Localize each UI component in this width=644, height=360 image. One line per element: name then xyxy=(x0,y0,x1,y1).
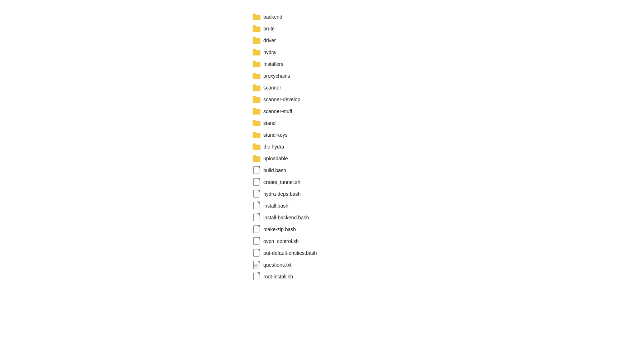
item-label: make-zip.bash xyxy=(263,227,296,232)
list-item[interactable]: install.bash xyxy=(250,200,394,211)
list-item[interactable]: scanner-stuff xyxy=(250,105,394,117)
list-item[interactable]: uploadable xyxy=(250,152,394,164)
file-icon xyxy=(253,167,260,174)
item-label: put-default-entities.bash xyxy=(263,250,317,256)
file-list: backend brute driver hydra Installers xyxy=(250,7,394,353)
folder-icon xyxy=(253,84,260,91)
folder-icon xyxy=(253,37,260,44)
list-item[interactable]: build.bash xyxy=(250,164,394,176)
item-label: questions.txt xyxy=(263,262,292,268)
item-label: hydra xyxy=(263,49,276,55)
file-icon xyxy=(253,202,260,209)
file-icon xyxy=(253,214,260,221)
folder-icon xyxy=(253,72,260,79)
list-item[interactable]: root-install.sh xyxy=(250,271,394,282)
file-icon xyxy=(253,273,260,280)
list-item[interactable]: scanner-develop xyxy=(250,93,394,105)
list-item[interactable]: stand xyxy=(250,117,394,129)
item-label: install-backend.bash xyxy=(263,215,309,220)
file-icon xyxy=(253,238,260,245)
list-item[interactable]: put-default-entities.bash xyxy=(250,247,394,259)
list-item[interactable]: brute xyxy=(250,23,394,34)
item-label: driver xyxy=(263,38,276,43)
item-label: create_tunnel.sh xyxy=(263,179,301,185)
list-item[interactable]: proxychains xyxy=(250,70,394,82)
list-item[interactable]: make-zip.bash xyxy=(250,223,394,235)
list-item[interactable]: ovpn_control.sh xyxy=(250,235,394,247)
folder-icon xyxy=(253,96,260,103)
list-item[interactable]: thc-hydra xyxy=(250,141,394,152)
text-file-icon xyxy=(253,261,260,268)
file-icon xyxy=(253,226,260,233)
item-label: install.bash xyxy=(263,203,288,209)
item-label: ovpn_control.sh xyxy=(263,238,299,244)
item-label: brute xyxy=(263,26,275,31)
item-label: scanner-develop xyxy=(263,97,301,102)
folder-icon xyxy=(253,131,260,138)
folder-icon xyxy=(253,25,260,32)
file-icon xyxy=(253,179,260,186)
folder-icon xyxy=(253,108,260,115)
item-label: build.bash xyxy=(263,167,286,173)
folder-icon xyxy=(253,13,260,20)
item-label: hydra-deps.bash xyxy=(263,191,301,197)
item-label: thc-hydra xyxy=(263,144,284,150)
file-icon xyxy=(253,190,260,198)
item-label: uploadable xyxy=(263,156,288,161)
list-item[interactable]: driver xyxy=(250,34,394,46)
list-item[interactable]: backend xyxy=(250,11,394,23)
list-item[interactable]: questions.txt xyxy=(250,259,394,271)
list-item[interactable]: Installers xyxy=(250,58,394,70)
item-label: root-install.sh xyxy=(263,274,293,279)
list-item[interactable]: stand-keys xyxy=(250,129,394,141)
item-label: scanner xyxy=(263,85,281,91)
list-item[interactable]: create_tunnel.sh xyxy=(250,176,394,188)
folder-icon xyxy=(253,120,260,127)
item-label: backend xyxy=(263,14,282,20)
list-item[interactable]: hydra xyxy=(250,46,394,58)
list-item[interactable]: hydra-deps.bash xyxy=(250,188,394,200)
file-icon xyxy=(253,249,260,257)
item-label: proxychains xyxy=(263,73,290,79)
item-label: stand-keys xyxy=(263,132,288,138)
list-item[interactable]: install-backend.bash xyxy=(250,211,394,223)
list-item[interactable]: scanner xyxy=(250,82,394,93)
folder-icon xyxy=(253,60,260,68)
item-label: scanner-stuff xyxy=(263,108,292,114)
folder-icon xyxy=(253,49,260,56)
item-label: Installers xyxy=(263,61,283,67)
item-label: stand xyxy=(263,120,275,126)
folder-icon xyxy=(253,155,260,162)
folder-icon xyxy=(253,143,260,150)
